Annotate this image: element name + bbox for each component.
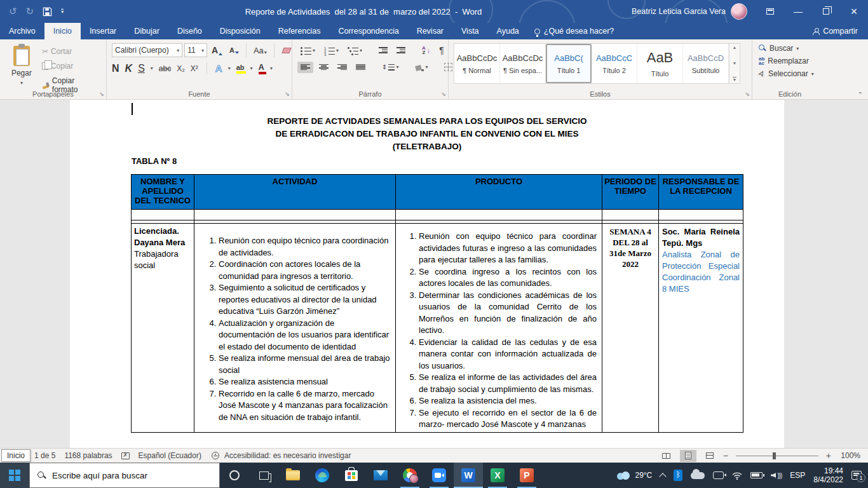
undo-icon[interactable]: ↺: [9, 6, 17, 17]
tab-diseno[interactable]: Diseño: [168, 23, 211, 39]
web-layout-button[interactable]: [702, 450, 718, 462]
battery-icon[interactable]: [750, 472, 763, 478]
text-effects-button[interactable]: A: [215, 63, 222, 74]
grow-font-button[interactable]: A: [209, 44, 225, 56]
zoom-slider-thumb[interactable]: [773, 452, 776, 459]
tab-ayuda[interactable]: Ayuda: [488, 23, 528, 39]
proofing-icon[interactable]: [121, 452, 130, 459]
zoom-slider[interactable]: [736, 456, 818, 456]
style-normal[interactable]: AaBbCcDc¶ Normal: [454, 44, 500, 83]
font-size-combo[interactable]: 11▾: [184, 43, 207, 57]
justify-button[interactable]: [353, 62, 369, 73]
tab-dibujar[interactable]: Dibujar: [125, 23, 168, 39]
taskbar-search-box[interactable]: Escribe aquí para buscar: [29, 463, 220, 488]
wifi-icon[interactable]: [732, 471, 742, 480]
superscript-button[interactable]: X²: [191, 64, 198, 73]
find-button[interactable]: Buscar▾: [759, 44, 826, 53]
customize-qat-icon[interactable]: ▾: [61, 9, 64, 14]
mail-button[interactable]: [366, 463, 395, 488]
tell-me-box[interactable]: ¿Qué desea hacer?: [528, 23, 621, 39]
powerpoint-button[interactable]: P: [512, 463, 541, 488]
zoom-percentage[interactable]: 100%: [836, 451, 860, 460]
minimize-icon[interactable]: —: [784, 0, 812, 23]
numbering-button[interactable]: 123▾: [321, 44, 342, 57]
edge-button[interactable]: [308, 463, 337, 488]
bluetooth-icon[interactable]: [674, 470, 682, 481]
word-button[interactable]: W: [454, 463, 483, 488]
zoom-out-icon[interactable]: −: [723, 451, 728, 461]
read-mode-button[interactable]: [658, 450, 675, 462]
underline-button[interactable]: S: [138, 63, 145, 74]
styles-gallery-scroll[interactable]: ▲▼▼: [729, 43, 740, 84]
tab-disposicion[interactable]: Disposición: [211, 23, 269, 39]
restore-icon[interactable]: [812, 0, 840, 23]
italic-button[interactable]: K: [125, 63, 133, 74]
redo-icon[interactable]: ↻: [26, 6, 34, 17]
weather-widget[interactable]: 29°C: [616, 471, 652, 480]
meet-now-icon[interactable]: [713, 471, 724, 479]
style-titulo-2[interactable]: AaBbCcCTítulo 2: [592, 44, 637, 83]
style-sin-espaciado[interactable]: AaBbCcDc¶ Sin espa...: [500, 44, 546, 83]
cortana-button[interactable]: [220, 463, 249, 488]
show-marks-button[interactable]: ¶: [436, 43, 447, 57]
decrease-indent-button[interactable]: [376, 44, 391, 56]
zoom-in-icon[interactable]: +: [826, 451, 831, 461]
copy-button[interactable]: Copiar: [39, 60, 105, 72]
document-area[interactable]: REPORTE DE ACTVIDADES SEMANALES PARA LOS…: [0, 100, 868, 448]
align-right-button[interactable]: [334, 62, 350, 73]
close-icon[interactable]: ×: [840, 0, 868, 23]
excel-button[interactable]: X: [483, 463, 512, 488]
font-dialog-launcher-icon[interactable]: ⇘: [285, 91, 290, 97]
style-titulo[interactable]: AaBTítulo: [637, 44, 683, 83]
clear-format-icon[interactable]: [281, 48, 292, 53]
account-name[interactable]: Beatriz Leticia Garcia Vera: [632, 7, 726, 16]
collapse-ribbon-icon[interactable]: ⌃: [858, 91, 863, 98]
clipboard-dialog-launcher-icon[interactable]: ⇘: [99, 91, 104, 97]
clock[interactable]: 19:44 8/4/2022: [813, 466, 843, 484]
task-view-button[interactable]: [249, 463, 278, 488]
highlight-button[interactable]: ab: [236, 64, 245, 74]
tab-inicio[interactable]: Inicio: [44, 23, 81, 39]
language-indicator[interactable]: Español (Ecuador): [139, 451, 201, 460]
select-button[interactable]: Seleccionar▾: [759, 69, 826, 78]
volume-icon[interactable]: ))): [771, 472, 782, 479]
style-subtitulo[interactable]: AaBbCcDSubtítulo: [683, 44, 729, 83]
start-button[interactable]: [0, 463, 29, 488]
font-name-combo[interactable]: Calibri (Cuerpo)▾: [112, 43, 182, 57]
file-explorer-button[interactable]: [278, 463, 308, 488]
align-center-button[interactable]: [316, 62, 332, 73]
tab-insertar[interactable]: Insertar: [81, 23, 125, 39]
paragraph-dialog-launcher-icon[interactable]: ⇘: [441, 91, 446, 97]
save-icon[interactable]: [43, 7, 52, 17]
tab-vista[interactable]: Vista: [452, 23, 488, 39]
style-titulo-1[interactable]: AaBbC(Título 1: [546, 44, 592, 83]
tab-correspondencia[interactable]: Correspondencia: [329, 23, 407, 39]
change-case-button[interactable]: Aa▾: [251, 45, 269, 56]
tab-revisar[interactable]: Revisar: [408, 23, 452, 39]
avatar[interactable]: [731, 3, 747, 20]
cut-button[interactable]: ✂Cortar: [39, 46, 105, 57]
print-layout-button[interactable]: [680, 450, 696, 462]
tab-referencias[interactable]: Referencias: [269, 23, 330, 39]
chrome-button[interactable]: [395, 463, 424, 488]
styles-dialog-launcher-icon[interactable]: ⇘: [745, 91, 750, 97]
strikethrough-button[interactable]: abc: [159, 64, 171, 73]
replace-button[interactable]: abacReemplazar: [759, 57, 826, 65]
increase-indent-button[interactable]: [393, 44, 409, 56]
multilevel-list-button[interactable]: ▾: [344, 44, 365, 57]
ribbon-display-options-icon[interactable]: [756, 0, 784, 23]
shrink-font-button[interactable]: A: [227, 46, 241, 55]
word-count[interactable]: 1168 palabras: [64, 451, 112, 460]
paste-button[interactable]: Pegar ▾: [4, 42, 39, 88]
shading-button[interactable]: ▾: [412, 62, 431, 73]
bold-button[interactable]: N: [112, 63, 119, 74]
notification-center-icon[interactable]: 1: [851, 471, 862, 480]
line-spacing-button[interactable]: ⇕▾: [379, 62, 402, 73]
subscript-button[interactable]: X₂: [177, 64, 185, 73]
zoom-app-button[interactable]: [424, 463, 454, 488]
accessibility-icon[interactable]: [212, 452, 219, 459]
page[interactable]: REPORTE DE ACTVIDADES SEMANALES PARA LOS…: [70, 100, 784, 448]
onedrive-icon[interactable]: [691, 472, 705, 479]
keyboard-language[interactable]: ESP: [790, 471, 805, 480]
page-indicator[interactable]: 1 de 5: [34, 451, 55, 460]
